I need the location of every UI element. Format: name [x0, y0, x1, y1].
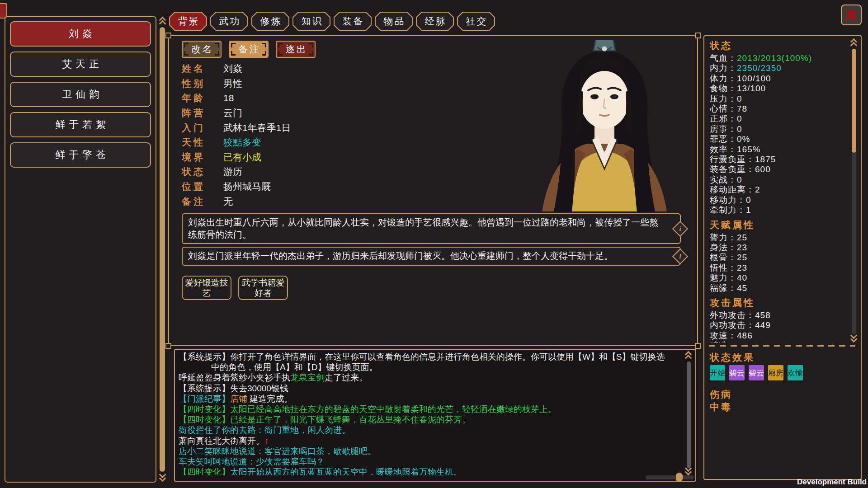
log-scrollbar-thumb[interactable] [687, 361, 691, 468]
status-effect-badge[interactable]: 开始 [710, 365, 725, 380]
trait-chip-row: 爱好锻造技艺武学书籍爱好者 [182, 276, 288, 300]
chevron-down-icon[interactable] [159, 474, 166, 481]
profile-label: 入门 [182, 122, 223, 134]
tab-label: 经脉 [416, 12, 454, 31]
corner-mark-icon [262, 51, 266, 56]
log-line: 【门派纪事】店铺 建造完成。 [179, 394, 680, 404]
stat-row: 实战：0 [710, 175, 845, 185]
stat-row: 行囊负重：1875 [710, 155, 845, 164]
badge-label: 碧云 [729, 368, 745, 378]
status-section-title: 状态 [710, 40, 845, 52]
stat-row: 精准：16% [710, 341, 845, 343]
profile-label: 境界 [182, 151, 223, 164]
scrollbar-thumb[interactable] [160, 27, 165, 472]
tab[interactable]: 背景 [169, 12, 207, 31]
stat-label: 精准： [710, 341, 737, 343]
chevron-up-icon[interactable] [159, 19, 166, 26]
trait-chip[interactable]: 武学书籍爱好者 [238, 276, 288, 300]
log-segment: 建造完成。 [247, 394, 292, 404]
tab[interactable]: 物品 [375, 12, 413, 31]
sidebar-character-button[interactable]: 刘焱 [10, 21, 151, 47]
sidebar-character-button[interactable]: 卫仙韵 [10, 82, 151, 107]
chevron-up-icon[interactable] [850, 41, 857, 48]
stat-row: 攻速：486 [710, 331, 845, 341]
profile-label: 位置 [182, 180, 223, 193]
trait-chip[interactable]: 爱好锻造技艺 [182, 276, 231, 300]
chevron-down-icon[interactable] [684, 467, 692, 474]
action-button[interactable]: 备注 [229, 41, 269, 58]
stat-row: 心情：78 [710, 104, 845, 114]
stat-value: 1 [746, 205, 751, 215]
profile-value: 扬州城马厩 [223, 180, 271, 193]
log-line: 【四时变化】已经是正午了，阳光下蝶飞蜂舞，百花丛里掩不住春泥的芬芳。 [179, 414, 680, 425]
sidebar-character-button[interactable]: 鲜于若絮 [10, 112, 151, 137]
chevron-down-icon[interactable] [850, 334, 857, 342]
status-effect-badge[interactable]: 碧云 [749, 365, 764, 380]
log-segment: ↑ [264, 436, 269, 446]
corner-mark-icon [278, 51, 283, 56]
stat-label: 实战： [710, 175, 737, 184]
stat-label: 行囊负重： [710, 155, 755, 164]
log-hscroll-track[interactable] [646, 475, 694, 479]
tab-label: 装备 [334, 12, 372, 31]
log-line: 【四时变化】太阳已经高高地挂在东方的碧蓝的天空中散射着柔和的光芒，轻轻洒在嫩绿的… [179, 404, 680, 414]
profile-row: 状态游历 [182, 164, 291, 179]
sidebar-character-button[interactable]: 鲜于擎苍 [10, 142, 151, 168]
stat-value: 600 [755, 164, 771, 174]
close-button[interactable] [841, 5, 862, 25]
character-list: 刘焱艾天正卫仙韵鲜于若絮鲜于擎苍 [10, 21, 151, 168]
stats-scrollbar-thumb[interactable] [852, 49, 856, 153]
log-hscroll-handle[interactable] [676, 473, 683, 482]
profile-label: 天性 [182, 136, 223, 149]
message-log: 【系统提示】你打开了角色详情界面，在这里你可以查看角色的信息并进行角色相关的操作… [179, 352, 680, 475]
sidebar-character-button[interactable]: 艾天正 [10, 52, 151, 77]
stat-row: 装备负重：600 [710, 164, 845, 174]
character-name: 鲜于擎苍 [52, 148, 109, 162]
talent-rows: 膂力：25身法：23根骨：25悟性：23魅力：40福缘：45 [710, 233, 845, 293]
status-effect-badge[interactable]: 欢愉 [788, 365, 803, 380]
tab-label: 物品 [375, 12, 413, 31]
info-icon[interactable]: i [672, 249, 688, 264]
action-button[interactable]: 逐出 [276, 41, 316, 58]
tab[interactable]: 经脉 [416, 12, 454, 31]
info-icon[interactable]: i [672, 221, 688, 237]
tab[interactable]: 武功 [210, 12, 248, 31]
stat-label: 外功攻击： [710, 310, 755, 320]
character-portrait [528, 40, 680, 211]
status-effect-badge[interactable]: 碧云 [729, 365, 745, 380]
action-button[interactable]: 改名 [182, 41, 222, 58]
tab[interactable]: 知识 [292, 12, 330, 31]
injury-section-title: 伤病 [710, 389, 732, 400]
log-segment: 车夫笑呵呵地说道：少侠需要雇车吗？ [179, 457, 325, 466]
sidebar-scrollbar[interactable] [159, 17, 166, 482]
log-line: 【系统提示】你打开了角色详情界面，在这里你可以查看角色的信息并进行角色相关的操作… [179, 352, 680, 362]
chevron-up-icon[interactable] [684, 353, 692, 361]
log-line: 车夫笑呵呵地说道：少侠需要雇车吗？ [179, 456, 680, 467]
stat-row: 正邪：0 [710, 114, 845, 124]
stat-value: 16% [737, 341, 755, 343]
tab[interactable]: 修炼 [251, 12, 289, 31]
stat-label: 房事： [710, 124, 737, 134]
status-effect-badge[interactable]: 厢房 [768, 365, 783, 380]
stat-label: 膂力： [710, 233, 737, 242]
log-segment: 中的角色，使用【A】和【D】键切换页面。 [211, 362, 377, 372]
stat-value: 25 [737, 233, 747, 242]
tab[interactable]: 社交 [457, 12, 495, 31]
action-label: 改名 [190, 43, 213, 56]
stats-panel: 状态 气血：2013/2013(100%)内力：2350/2350体力：100/… [703, 35, 862, 480]
stat-label: 心情： [710, 104, 737, 113]
stat-label: 移动力： [710, 195, 746, 205]
log-segment: 店铺 [230, 394, 247, 404]
tab[interactable]: 装备 [334, 12, 372, 31]
stat-label: 装备负重： [710, 164, 755, 174]
bio-text: 刘焱出生时重八斤六两，从小就比同龄人壮实，对锻造的手艺很感兴趣。他曾遇到一位过路… [188, 217, 658, 239]
log-segment: 【系统提示】你打开了角色详情界面，在这里你可以查看角色的信息并进行角色相关的操作… [179, 352, 665, 361]
corner-mark-icon [215, 51, 219, 56]
stat-value: 486 [737, 331, 753, 340]
stat-label: 效率： [710, 145, 737, 154]
stat-row: 根骨：25 [710, 253, 845, 263]
stat-value: 2 [755, 185, 760, 194]
log-line: 萧向真往北大街离开。↑ [179, 436, 680, 446]
bio-box: 刘焱出生时重八斤六两，从小就比同龄人壮实，对锻造的手艺很感兴趣。他曾遇到一位过路… [182, 213, 681, 244]
stat-value: 2350/2350 [737, 63, 782, 73]
